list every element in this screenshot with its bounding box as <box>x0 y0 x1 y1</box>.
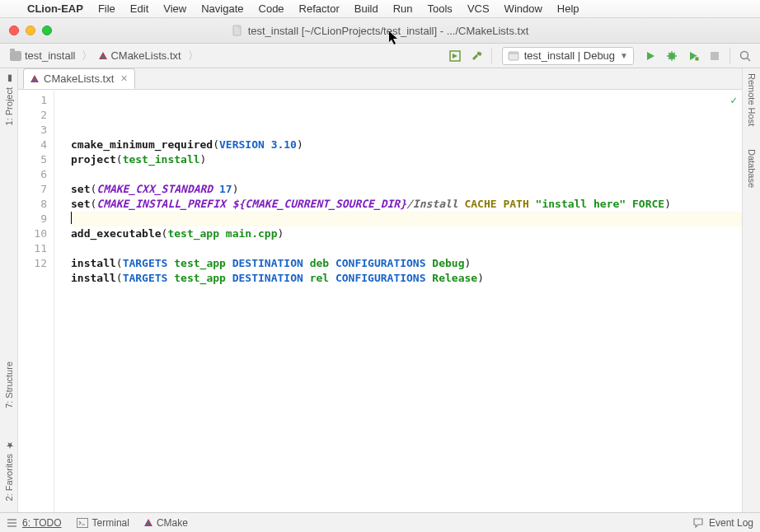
editor-area: CMakeLists.txt ✕ 123456789101112 ✓ cmake… <box>18 68 742 512</box>
cmake-icon <box>30 75 39 82</box>
window-controls <box>9 26 52 35</box>
svg-rect-2 <box>476 51 481 55</box>
menu-file[interactable]: File <box>91 2 123 15</box>
folder-icon: ▮ <box>3 73 14 84</box>
close-tab-icon[interactable]: ✕ <box>120 73 128 84</box>
run-configuration-dropdown[interactable]: test_install | Debug ▼ <box>502 47 634 65</box>
menu-edit[interactable]: Edit <box>123 2 156 15</box>
svg-rect-9 <box>77 518 87 527</box>
menu-window[interactable]: Window <box>497 2 550 15</box>
toolbar-actions: test_install | Debug ▼ <box>445 46 755 66</box>
stop-button[interactable] <box>705 46 725 66</box>
right-tool-stripe: Remote Host Database <box>742 68 760 512</box>
svg-point-8 <box>741 51 748 58</box>
tool-favorites[interactable]: 2: Favorites ★ <box>3 440 14 501</box>
folder-icon <box>10 51 21 61</box>
code-line[interactable]: cmake_minimum_required(VERSION 3.10) <box>71 138 742 152</box>
hammer-build-button[interactable] <box>467 46 486 66</box>
menu-code[interactable]: Code <box>251 2 292 15</box>
svg-rect-7 <box>711 52 719 60</box>
breadcrumb-project[interactable]: test_install <box>5 49 80 62</box>
status-cmake[interactable]: CMake <box>144 517 188 529</box>
code-content[interactable]: ✓ cmake_minimum_required(VERSION 3.10)pr… <box>54 90 742 512</box>
status-todo[interactable]: 6: TODO <box>7 517 62 529</box>
code-line[interactable] <box>71 212 742 226</box>
menu-help[interactable]: Help <box>550 2 587 15</box>
left-tool-stripe: 1: Project ▮ 7: Structure 2: Favorites ★ <box>0 68 18 512</box>
terminal-icon <box>77 518 88 528</box>
menu-build[interactable]: Build <box>347 2 386 15</box>
list-icon <box>7 518 18 528</box>
menu-tools[interactable]: Tools <box>420 2 460 15</box>
tool-structure[interactable]: 7: Structure <box>4 362 14 408</box>
macos-menubar: CLion-EAP File Edit View Navigate Code R… <box>0 0 760 18</box>
menubar-app[interactable]: CLion-EAP <box>20 2 91 15</box>
tool-remote-host[interactable]: Remote Host <box>747 73 757 126</box>
chevron-down-icon: ▼ <box>620 51 628 60</box>
svg-rect-4 <box>509 52 518 54</box>
cmake-icon <box>99 52 107 59</box>
build-button[interactable] <box>445 46 465 66</box>
svg-rect-0 <box>233 26 241 35</box>
run-with-coverage-button[interactable] <box>683 46 703 66</box>
menu-run[interactable]: Run <box>386 2 420 15</box>
svg-rect-6 <box>695 57 699 61</box>
code-line[interactable]: set(CMAKE_CXX_STANDARD 17) <box>71 182 742 197</box>
run-button[interactable] <box>640 46 660 66</box>
status-terminal[interactable]: Terminal <box>77 517 129 529</box>
code-line[interactable] <box>71 301 742 315</box>
tool-database[interactable]: Database <box>747 149 757 188</box>
cmake-icon <box>144 519 152 526</box>
file-icon <box>232 25 243 36</box>
code-line[interactable] <box>71 167 742 182</box>
status-bar: 6: TODO Terminal CMake Event Log <box>0 512 760 532</box>
tool-project[interactable]: 1: Project ▮ <box>3 73 14 125</box>
code-line[interactable]: install(TARGETS test_app DESTINATION deb… <box>71 256 742 271</box>
window-titlebar: test_install [~/CLionProjects/test_insta… <box>0 18 760 44</box>
menu-navigate[interactable]: Navigate <box>194 2 251 15</box>
status-event-log[interactable]: Event Log <box>692 517 753 529</box>
editor-tab-active[interactable]: CMakeLists.txt ✕ <box>23 68 135 89</box>
close-window-button[interactable] <box>9 26 19 35</box>
chevron-right-icon: 〉 <box>186 49 200 63</box>
zoom-window-button[interactable] <box>42 26 52 35</box>
code-editor[interactable]: 123456789101112 ✓ cmake_minimum_required… <box>18 90 742 512</box>
editor-tabs: CMakeLists.txt ✕ <box>18 68 742 90</box>
balloon-icon <box>692 517 704 529</box>
menu-view[interactable]: View <box>156 2 194 15</box>
minimize-window-button[interactable] <box>26 26 35 35</box>
window-title: test_install [~/CLionProjects/test_insta… <box>0 25 760 37</box>
menu-vcs[interactable]: VCS <box>460 2 497 15</box>
breadcrumb: test_install 〉 CMakeLists.txt 〉 <box>5 49 445 63</box>
code-line[interactable]: project(test_install) <box>71 152 742 167</box>
search-everywhere-button[interactable] <box>735 46 755 66</box>
menu-refactor[interactable]: Refactor <box>292 2 347 15</box>
code-line[interactable]: install(TARGETS test_app DESTINATION rel… <box>71 271 742 286</box>
debug-button[interactable] <box>662 46 682 66</box>
code-line[interactable]: set(CMAKE_INSTALL_PREFIX ${CMAKE_CURRENT… <box>71 197 742 212</box>
line-number-gutter: 123456789101112 <box>18 90 54 512</box>
navigation-toolbar: test_install 〉 CMakeLists.txt 〉 test_ins… <box>0 44 760 68</box>
star-icon: ★ <box>3 440 14 450</box>
breadcrumb-file[interactable]: CMakeLists.txt <box>94 49 185 62</box>
code-line[interactable] <box>71 241 742 256</box>
app-icon <box>508 50 519 62</box>
main-area: 1: Project ▮ 7: Structure 2: Favorites ★… <box>0 68 760 512</box>
code-line[interactable]: add_executable(test_app main.cpp) <box>71 226 742 241</box>
inspections-ok-icon[interactable]: ✓ <box>730 93 737 108</box>
code-line[interactable] <box>71 286 742 301</box>
chevron-right-icon: 〉 <box>80 49 94 63</box>
